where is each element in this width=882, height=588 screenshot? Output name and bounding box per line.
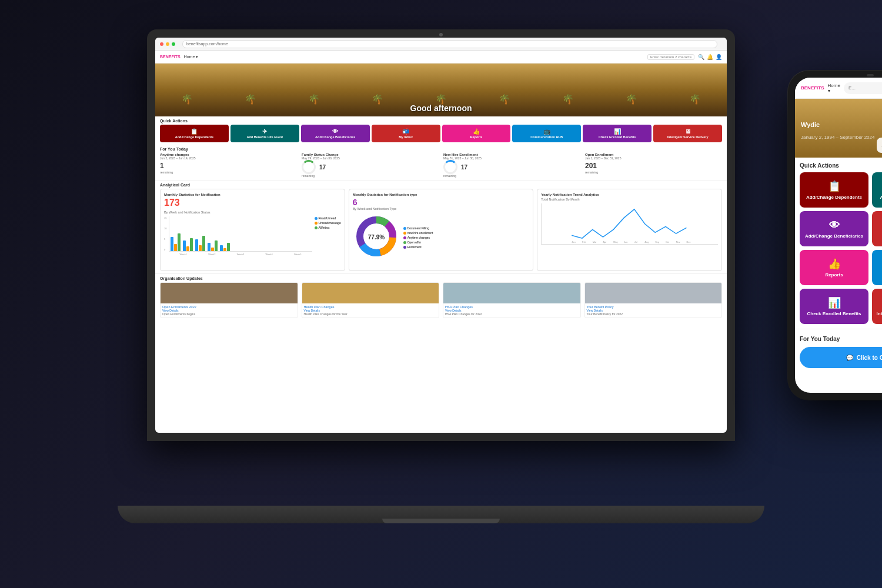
life-event-icon: ✈ (262, 128, 267, 135)
donut-legend-1: Document Filling (403, 226, 433, 230)
card2-title: Monthly Statistics for Notification type (353, 193, 530, 196)
timeline-remaining-2: remaining (443, 174, 580, 178)
svg-text:Aug: Aug (645, 240, 649, 243)
laptop-base (118, 506, 764, 523)
phone-qa-btn-reports[interactable]: 👍 Reports (800, 250, 868, 285)
phone-home-btn[interactable]: Home ▾ (828, 83, 840, 93)
legend-label-2: Unread/message (319, 221, 341, 225)
phone-chat-button[interactable]: 💬 Click to Chat! (800, 347, 882, 368)
org-card-3: Your Benefit Policy View Details Your Be… (584, 282, 723, 318)
y-axis-labels: 151050 (164, 216, 166, 256)
bar-2-1 (183, 240, 186, 251)
laptop-camera (439, 33, 443, 36)
qa-btn-add-change-beneficiaries[interactable]: 👁 Add/Change Beneficiaries (301, 125, 370, 142)
browser-minimize-dot[interactable] (166, 42, 169, 46)
phone-qa-btn-life-event[interactable]: ✈ Add Benefits Life Event (872, 172, 882, 208)
card1-value: 173 (164, 198, 341, 208)
org-card-1: Health Plan Changes View Details Health … (302, 282, 440, 318)
donut-legend: Document Filling new hire enrollment Any… (403, 226, 433, 249)
timeline-remaining-1: remaining (302, 174, 439, 178)
donut-dot-2 (403, 232, 406, 235)
analytical-card-3: Yearly Notification Trend Analytics Tota… (537, 189, 722, 271)
hero-greeting: Good afternoon (159, 103, 723, 113)
qa-label-life-event: Add Benefits Life Event (246, 135, 283, 139)
phone-camera (867, 74, 874, 76)
qa-label-dependents: Add/Change Dependents (175, 135, 213, 139)
donut-legend-4: Open offer (403, 240, 433, 244)
phone-beneficiaries-icon: 👁 (829, 219, 840, 232)
qa-btn-reports[interactable]: 👍 Reports (442, 125, 511, 142)
qa-btn-add-benefits-life-event[interactable]: ✈ Add Benefits Life Event (230, 125, 299, 142)
bar-2-3 (190, 238, 193, 251)
phone-qa-label-dependents: Add/Change Dependents (806, 195, 862, 200)
org-section: Organisation Updates Open Enrollments 20… (155, 273, 727, 320)
x-axis-labels: Week1Week2Week3Week4Week5 (169, 253, 312, 256)
browser-maximize-dot[interactable] (172, 42, 175, 46)
chat-label: Click to Chat! (857, 355, 882, 361)
timeline-items: Anytime changes Jun 2, 2023 – Jun 14, 20… (160, 153, 722, 178)
org-img-3 (585, 283, 722, 303)
card2-value: 6 (353, 198, 530, 207)
donut-legend-2: new hire enrollment (403, 231, 433, 235)
org-text-0: Open Enrollments begins (162, 312, 296, 316)
bar-1-1 (171, 237, 173, 251)
org-text-2: HSA Plan Changes for 2022 (445, 312, 579, 316)
qa-btn-intelligent-service-delivery[interactable]: 🖥 Intelligent Service Delivery (653, 125, 722, 142)
bar-group-1 (171, 233, 181, 251)
phone-for-you: For You Today (795, 329, 882, 347)
phone-qa-grid: 📋 Add/Change Dependents ✈ Add Benefits L… (800, 172, 882, 324)
app-header: BENEFITS Home ▾ 🔍 🔔 👤 (155, 51, 727, 64)
qa-btn-communication-hub[interactable]: 📺 Communication HUB (512, 125, 581, 142)
donut-label-4: Open offer (407, 240, 422, 244)
svg-text:77.9%: 77.9% (368, 234, 384, 240)
timeline-days-0: 1 (160, 162, 164, 170)
phone-qa-btn-dependents[interactable]: 📋 Add/Change Dependents (800, 172, 868, 208)
phone-qa-btn-comm-hub[interactable]: 📺 Communication HUB (872, 250, 882, 285)
org-card-0: Open Enrollments 2022 View Details Open … (160, 282, 298, 318)
bar-5-2 (223, 248, 226, 251)
for-you-section: For You Today Anytime changes Jun 2, 202… (155, 145, 727, 180)
phone-enrolled-icon: 📊 (828, 296, 841, 309)
phone-qa-btn-beneficiaries[interactable]: 👁 Add/Change Beneficiaries (800, 211, 868, 246)
phone-qa-btn-enrolled[interactable]: 📊 Check Enrolled Benefits (800, 289, 868, 324)
qa-btn-check-enrolled-benefits[interactable]: 📊 Check Enrolled Benefits (583, 125, 652, 142)
browser-bar: benefitsapp.com/home (155, 38, 727, 51)
timeline-item-family-status: Family Status Change May 29, 2023 – Jun … (302, 153, 439, 178)
bar-3-2 (199, 245, 202, 251)
legend-item-3: All/inbox (315, 226, 341, 229)
timeline-days-3: 201 (585, 162, 597, 170)
donut-label-2: new hire enrollment (407, 231, 433, 235)
qa-label-beneficiaries: Add/Change Beneficiaries (315, 135, 355, 139)
phone-search-input[interactable] (844, 82, 882, 94)
for-you-label: For You Today (160, 147, 722, 151)
org-content-2: HSA Plan Changes View Details HSA Plan C… (443, 303, 580, 318)
svg-text:Mar: Mar (593, 240, 597, 243)
app-nav-home[interactable]: Home ▾ (184, 55, 199, 59)
comm-hub-icon: 📺 (543, 128, 550, 135)
user-avatar[interactable]: 👤 (716, 54, 722, 60)
timeline-item-anytime-changes: Anytime changes Jun 2, 2023 – Jun 14, 20… (160, 153, 297, 178)
qa-btn-add-change-dependents[interactable]: 📋 Add/Change Dependents (160, 125, 229, 142)
donut-legend-5: Enrollment (403, 245, 433, 249)
donut-dot-5 (403, 246, 406, 249)
phone-header: BENEFITS Home ▾ 🔍 🔔 W (795, 78, 882, 99)
bar-group-5 (220, 243, 230, 251)
legend-item-2: Unread/message (315, 221, 341, 225)
phone-qa-btn-inbox[interactable]: 📬 My inbox (872, 211, 882, 246)
phone-greeting-name: Wydie (801, 121, 820, 128)
phone-qa-label: Quick Actions (800, 162, 882, 169)
qa-btn-my-inbox[interactable]: 📬 My Inbox (372, 125, 440, 142)
org-img-1 (302, 283, 439, 303)
phone-for-you-label: For You Today (800, 336, 840, 342)
search-icon[interactable]: 🔍 (698, 54, 704, 60)
phone-dependents-icon: 📋 (828, 180, 841, 193)
bar-4-2 (211, 248, 214, 251)
bar-chart-legend: Read/Unread Unread/message All/inbox (315, 216, 341, 256)
browser-close-dot[interactable] (160, 42, 163, 46)
notification-icon[interactable]: 🔔 (707, 54, 713, 60)
phone-qa-btn-isd[interactable]: 🖥 Intelligent Service Delivery (872, 289, 882, 324)
legend-label-1: Read/Unread (319, 216, 336, 220)
svg-text:Dec: Dec (687, 240, 691, 243)
analytical-section: Analytical Card Monthly Statistics for N… (155, 180, 727, 273)
app-search-input[interactable] (647, 54, 694, 60)
